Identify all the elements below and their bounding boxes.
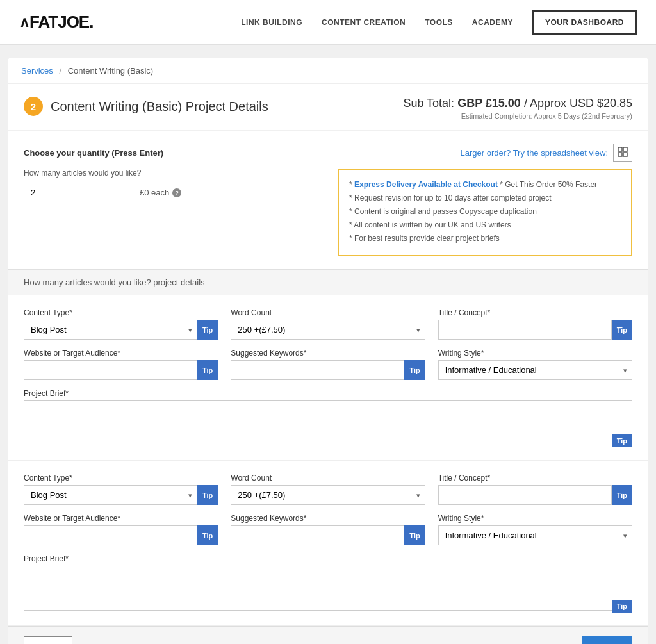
spreadsheet-link[interactable]: Larger order? Try the spreadsheet view: [460, 148, 608, 158]
quantity-header: Choose your quantity (Press Enter) Large… [24, 144, 632, 162]
word-count-select-1[interactable]: 250 +(£7.50) 500 +(£15.00) 750 +(£22.50)… [231, 320, 425, 340]
price-per-item: £0 each [140, 188, 169, 197]
next-button[interactable]: NEXT [582, 636, 632, 644]
project-brief-textarea-1[interactable] [24, 400, 632, 445]
website-tip-1[interactable]: Tip [197, 360, 218, 380]
website-label-2: Website or Target Audience* [24, 514, 218, 523]
keywords-input-1[interactable] [231, 360, 404, 380]
writing-style-select-wrap-2: Informative / Educational Persuasive Con… [438, 525, 632, 545]
word-count-select-wrap-2: 250 +(£7.50) 500 +(£15.00) 750 +(£22.50)… [231, 485, 425, 505]
project-brief-label-2: Project Brief* [24, 554, 632, 563]
title-tip-1[interactable]: Tip [612, 320, 632, 340]
quantity-section: Choose your quantity (Press Enter) Large… [8, 131, 648, 269]
svg-rect-1 [623, 147, 627, 151]
express-highlight: Express Delivery Available at Checkout [354, 180, 498, 189]
quantity-left: How many articles would you like? £0 eac… [24, 169, 299, 202]
project-brief-tip-wrap-2: Tip [612, 600, 632, 613]
svg-rect-0 [618, 147, 622, 151]
project-brief-tip-1[interactable]: Tip [612, 434, 632, 447]
word-count-select-wrap-1: 250 +(£7.50) 500 +(£15.00) 750 +(£22.50)… [231, 320, 425, 340]
express-line-1: * Express Delivery Available at Checkout… [349, 179, 621, 190]
nav-content-creation[interactable]: CONTENT CREATION [322, 18, 406, 27]
quantity-main-row: How many articles would you like? £0 eac… [24, 169, 632, 256]
express-delivery-box: * Express Delivery Available at Checkout… [338, 169, 632, 256]
form-row-3: Content Type* Blog Post Article Product … [24, 474, 632, 505]
nav-tools[interactable]: TOOLS [425, 18, 453, 27]
project-brief-tip-2[interactable]: Tip [612, 600, 632, 613]
svg-rect-3 [623, 153, 627, 156]
writing-style-field-wrap-2: Informative / Educational Persuasive Con… [438, 525, 632, 545]
title-label-2: Title / Concept* [438, 474, 632, 483]
svg-rect-2 [618, 153, 622, 156]
website-group-2: Website or Target Audience* Tip [24, 514, 218, 545]
footer-bar: BACK NEXT [8, 626, 648, 644]
writing-style-select-2[interactable]: Informative / Educational Persuasive Con… [438, 525, 632, 545]
keywords-tip-2[interactable]: Tip [404, 525, 425, 545]
title-tip-2[interactable]: Tip [612, 485, 632, 505]
project-brief-group-2: Project Brief* Tip [24, 554, 632, 613]
word-count-label-1: Word Count [231, 308, 425, 317]
breadcrumb-services[interactable]: Services [21, 66, 53, 76]
spreadsheet-icon-button[interactable] [613, 144, 632, 162]
title-label-1: Title / Concept* [438, 308, 632, 317]
website-tip-2[interactable]: Tip [197, 525, 218, 545]
keywords-input-2[interactable] [231, 525, 404, 545]
keywords-field-wrap-1: Tip [231, 360, 425, 380]
content-type-group-1: Content Type* Blog Post Article Product … [24, 308, 218, 340]
express-line-4: * All content is written by our UK and U… [349, 219, 621, 231]
subtotal-estimated: Estimated Completion: Approx 5 Days (22n… [403, 112, 632, 120]
keywords-label-2: Suggested Keywords* [231, 514, 425, 523]
website-group-1: Website or Target Audience* Tip [24, 349, 218, 380]
content-type-select-1[interactable]: Blog Post Article Product Description Pr… [24, 320, 197, 340]
title-group-1: Title / Concept* Tip [438, 308, 632, 340]
content-type-select-wrap-2: Blog Post Article Product Description Pr… [24, 485, 197, 505]
title-field-wrap-2: Tip [438, 485, 632, 505]
word-count-select-2[interactable]: 250 +(£7.50) 500 +(£15.00) 750 +(£22.50)… [231, 485, 425, 505]
quantity-section-label: Choose your quantity (Press Enter) [24, 148, 163, 158]
content-type-select-2[interactable]: Blog Post Article Product Description Pr… [24, 485, 197, 505]
subtotal-wrap: Sub Total: GBP £15.00 / Approx USD $20.8… [403, 97, 632, 120]
content-type-label-1: Content Type* [24, 308, 218, 317]
subtotal-gbp: GBP £15.00 [457, 97, 521, 110]
express-line-3: * Content is original and passes Copysca… [349, 206, 621, 217]
grid-icon [618, 147, 628, 157]
articles-section-label: How many articles would you like? projec… [24, 277, 205, 287]
nav-link-building[interactable]: LINK BUILDING [241, 18, 302, 27]
quantity-input[interactable] [24, 183, 126, 202]
website-input-2[interactable] [24, 525, 197, 545]
writing-style-select-1[interactable]: Informative / Educational Persuasive Con… [438, 360, 632, 380]
project-brief-label-1: Project Brief* [24, 389, 632, 398]
title-input-1[interactable] [438, 320, 612, 340]
dashboard-button[interactable]: YOUR DASHBOARD [532, 10, 637, 35]
form-row-2: Website or Target Audience* Tip Suggeste… [24, 349, 632, 380]
title-input-2[interactable] [438, 485, 612, 505]
word-count-field-wrap-2: 250 +(£7.50) 500 +(£15.00) 750 +(£22.50)… [231, 485, 425, 505]
nav-academy[interactable]: ACADEMY [472, 18, 513, 27]
quantity-input-row: £0 each ? [24, 183, 299, 202]
keywords-tip-1[interactable]: Tip [404, 360, 425, 380]
content-type-group-2: Content Type* Blog Post Article Product … [24, 474, 218, 505]
info-icon[interactable]: ? [172, 188, 181, 197]
writing-style-label-2: Writing Style* [438, 514, 632, 523]
keywords-label-1: Suggested Keywords* [231, 349, 425, 358]
website-label-1: Website or Target Audience* [24, 349, 218, 358]
form-row-4: Website or Target Audience* Tip Suggeste… [24, 514, 632, 545]
form-row-1: Content Type* Blog Post Article Product … [24, 308, 632, 340]
express-line-5: * For best results provide clear project… [349, 233, 621, 244]
breadcrumb-separator: / [59, 66, 62, 76]
article-form-1: Content Type* Blog Post Article Product … [8, 295, 648, 461]
word-count-group-1: Word Count 250 +(£7.50) 500 +(£15.00) 75… [231, 308, 425, 340]
express-suffix: * Get This Order 50% Faster [498, 180, 597, 189]
logo: ∧ FATJOE. [19, 12, 93, 32]
content-type-tip-2[interactable]: Tip [197, 485, 218, 505]
articles-section-header: How many articles would you like? projec… [8, 269, 648, 295]
back-button[interactable]: BACK [24, 636, 72, 644]
writing-style-label-1: Writing Style* [438, 349, 632, 358]
content-type-tip-1[interactable]: Tip [197, 320, 218, 340]
project-brief-textarea-2[interactable] [24, 566, 632, 611]
page-title-wrap: 2 Content Writing (Basic) Project Detail… [24, 97, 268, 116]
project-brief-group-1: Project Brief* Tip [24, 389, 632, 447]
website-input-1[interactable] [24, 360, 197, 380]
logo-icon: ∧ [19, 14, 29, 31]
breadcrumb-current: Content Writing (Basic) [68, 66, 153, 76]
